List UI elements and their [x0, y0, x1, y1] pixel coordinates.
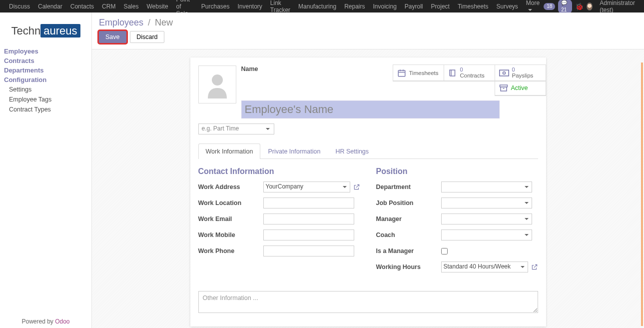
stat-contracts[interactable]: 0Contracts: [444, 65, 495, 81]
nav-invoicing[interactable]: Invoicing: [369, 3, 400, 10]
work-location-input[interactable]: [263, 198, 354, 208]
money-icon: [499, 70, 509, 76]
tab-work-information[interactable]: Work Information: [198, 144, 261, 159]
sidebar-item-contracts[interactable]: Contracts: [4, 56, 87, 66]
nav-manufacturing[interactable]: Manufacturing: [294, 3, 340, 10]
nav-website[interactable]: Website: [142, 3, 172, 10]
avatar-icon[interactable]: [587, 2, 593, 10]
nav-discuss[interactable]: Discuss: [5, 3, 34, 10]
nav-calendar[interactable]: Calendar: [34, 3, 66, 10]
archive-icon: [499, 84, 508, 92]
coach-select[interactable]: [441, 230, 532, 240]
user-menu[interactable]: Administrator (test): [596, 0, 639, 14]
label-work-location: Work Location: [198, 200, 263, 206]
working-hours-select[interactable]: Standard 40 Hours/Week: [441, 262, 528, 272]
sidebar-item-employee-tags[interactable]: Employee Tags: [4, 94, 87, 104]
sidebar-item-configuration[interactable]: Configuration: [4, 75, 87, 84]
nav-inventory[interactable]: Inventory: [234, 3, 266, 10]
work-phone-input[interactable]: [263, 246, 354, 256]
form-sheet: Timesheets 0Contracts 0Payslips: [190, 58, 546, 326]
top-navbar: Discuss Calendar Contacts CRM Sales Webs…: [0, 0, 644, 12]
breadcrumb: Employees / New: [99, 18, 637, 28]
label-job-position: Job Position: [376, 200, 441, 206]
sidebar-item-contract-types[interactable]: Contract Types: [4, 104, 87, 114]
manager-select[interactable]: [441, 214, 532, 224]
is-manager-checkbox[interactable]: [441, 248, 448, 254]
stat-timesheets[interactable]: Timesheets: [393, 65, 444, 81]
external-link-icon[interactable]: [531, 264, 538, 270]
powered-by: Powered by Odoo: [0, 318, 91, 325]
label-department: Department: [376, 184, 441, 190]
svg-rect-8: [501, 86, 507, 90]
label-work-email: Work Email: [198, 216, 263, 222]
topbar-badge-1[interactable]: 18: [544, 3, 555, 10]
nav-surveys[interactable]: Surveys: [492, 3, 522, 10]
svg-rect-5: [499, 70, 508, 76]
work-address-select[interactable]: YourCompany: [263, 182, 350, 192]
nav-contacts[interactable]: Contacts: [66, 3, 98, 10]
sidebar-item-employees[interactable]: Employees: [4, 46, 87, 56]
external-link-icon[interactable]: [353, 184, 360, 190]
svg-rect-0: [398, 70, 405, 76]
nav-repairs[interactable]: Repairs: [340, 3, 369, 10]
book-icon: [448, 68, 457, 78]
stat-active[interactable]: Active: [495, 80, 546, 96]
breadcrumb-current: New: [155, 18, 173, 28]
breadcrumb-root[interactable]: Employees: [99, 18, 143, 28]
label-working-hours: Working Hours: [376, 264, 441, 270]
control-panel: Employees / New Save Discard: [92, 12, 644, 50]
calendar-icon: [397, 68, 406, 78]
svg-point-6: [503, 72, 505, 74]
label-work-mobile: Work Mobile: [198, 232, 263, 238]
tab-private-information[interactable]: Private Information: [260, 144, 328, 159]
stat-payslips[interactable]: 0Payslips: [495, 65, 546, 81]
tags-select[interactable]: e.g. Part Time: [198, 124, 274, 134]
svg-point-10: [212, 74, 223, 86]
tab-hr-settings[interactable]: HR Settings: [328, 144, 376, 159]
nav-sales[interactable]: Sales: [119, 3, 142, 10]
work-mobile-input[interactable]: [263, 230, 354, 240]
label-is-manager: Is a Manager: [376, 248, 441, 254]
nav-purchases[interactable]: Purchases: [197, 3, 234, 10]
label-work-phone: Work Phone: [198, 248, 263, 254]
work-email-input[interactable]: [263, 214, 354, 224]
sidebar-item-settings[interactable]: Settings: [4, 84, 87, 94]
nav-payroll[interactable]: Payroll: [401, 3, 427, 10]
nav-linktracker[interactable]: Link Tracker: [266, 0, 294, 14]
section-contact-information: Contact Information: [198, 167, 360, 176]
nav-crm[interactable]: CRM: [98, 3, 119, 10]
other-information-input[interactable]: [198, 291, 538, 313]
brand-logo: Technaureus: [0, 24, 91, 38]
nav-more[interactable]: More: [522, 0, 544, 14]
tabs: Work Information Private Information HR …: [198, 144, 538, 159]
breadcrumb-sep: /: [148, 18, 150, 28]
topbar-badge-2[interactable]: 💬21: [558, 0, 572, 14]
sidebar-item-departments[interactable]: Departments: [4, 66, 87, 75]
nav-project[interactable]: Project: [427, 3, 454, 10]
odoo-link[interactable]: Odoo: [55, 318, 69, 325]
save-button[interactable]: Save: [99, 31, 126, 43]
label-work-address: Work Address: [198, 184, 263, 190]
discard-button[interactable]: Discard: [130, 31, 164, 43]
nav-timesheets[interactable]: Timesheets: [454, 3, 493, 10]
label-coach: Coach: [376, 232, 441, 238]
label-manager: Manager: [376, 216, 441, 222]
section-position: Position: [376, 167, 538, 176]
employee-photo[interactable]: [198, 66, 236, 104]
department-select[interactable]: [441, 182, 532, 192]
debug-icon[interactable]: 🐞: [575, 2, 584, 10]
sidebar: Technaureus Employees Contracts Departme…: [0, 12, 92, 328]
job-position-select[interactable]: [441, 198, 532, 208]
